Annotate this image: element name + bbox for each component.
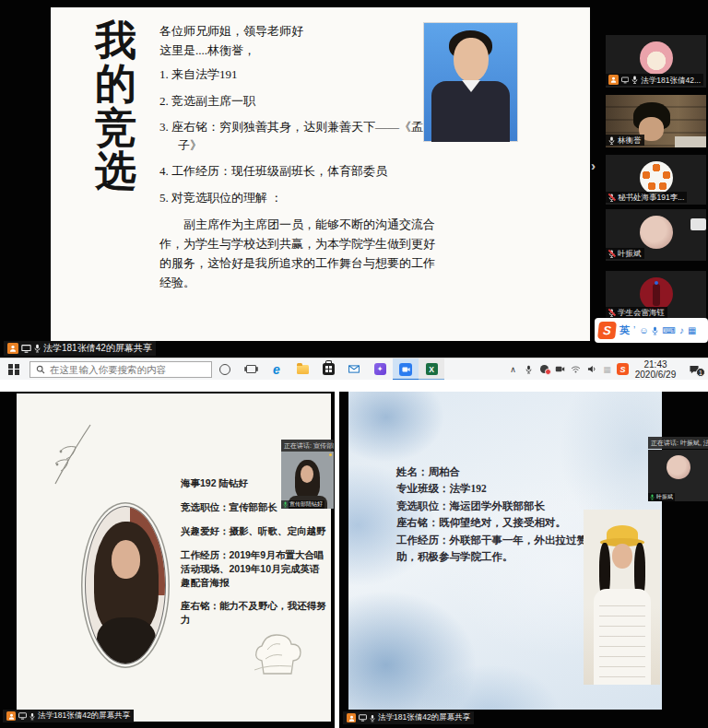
language-toggle[interactable]: 英 (620, 318, 630, 343)
notification-badge: 1 (696, 368, 705, 377)
speaker-face (301, 465, 313, 483)
cortana-icon (219, 364, 230, 375)
action-center-button[interactable]: 1 (680, 358, 708, 381)
mic-muted-icon (608, 194, 615, 202)
tray-volume-button[interactable] (584, 358, 599, 381)
taskbar-clock[interactable]: 21:43 2020/6/29 (631, 359, 680, 380)
participant-tile[interactable]: 学生会雷海钰 (606, 271, 706, 320)
emoji-icon[interactable]: ☺ (639, 318, 648, 343)
speaker-icon (587, 365, 596, 373)
file-explorer-button[interactable] (289, 358, 315, 381)
motto-line: 座右铭：能力不及野心，我还得努力 (181, 599, 328, 627)
candidate-name-line: 姓名：周柏合 (396, 464, 607, 480)
windows-logo-icon (8, 364, 19, 375)
participant-name: 秘书处海事191李... (618, 193, 684, 202)
speaker-tile-overlay[interactable]: 叶振斌 (648, 450, 708, 501)
store-icon (323, 363, 335, 375)
speaker-video-overlay[interactable]: 宣传部陆钻好 (281, 452, 334, 509)
sidebar-collapse-arrow[interactable]: › (591, 158, 596, 173)
tray-network-button[interactable]: ▦ (599, 358, 615, 381)
meeting-window-top: 我的竞选 各位师兄师姐，领导老师好 这里是....林衡誉， 1. 来自法学191… (0, 0, 708, 380)
screen-share-source-label: 法学181张倩42的屏幕共享 (4, 341, 156, 356)
skin-icon[interactable]: ♪ (679, 318, 684, 343)
greeting-line-2: 这里是....林衡誉， (159, 41, 438, 60)
participant-name: 林衡誉 (618, 135, 642, 145)
sogou-logo-icon[interactable]: S (597, 322, 617, 339)
list-item-experience: 4. 工作经历：现任班级副班长，体育部委员 (159, 162, 438, 181)
shared-slide-campaign: 我的竞选 各位师兄师姐，领导老师好 这里是....林衡誉， 1. 来自法学191… (51, 7, 590, 341)
camera-icon (555, 366, 565, 372)
network-icon: ▦ (603, 365, 611, 374)
tray-expand-button[interactable]: ∧ (505, 358, 521, 381)
host-icon (7, 343, 18, 354)
list-item-origin: 1. 来自法学191 (159, 65, 438, 84)
mail-button[interactable] (341, 358, 367, 381)
meeting-app-icon (399, 363, 412, 376)
hobby-line: 兴趣爱好：摄影、听歌、定向越野 (181, 524, 328, 538)
mic-on-icon (283, 501, 288, 508)
tray-mic-button[interactable] (521, 358, 537, 381)
store-button[interactable] (315, 358, 341, 381)
cola-avatar (640, 277, 673, 311)
tray-camera-button[interactable] (552, 358, 568, 381)
list-item-understanding: 5. 对竞选职位的理解 ： (159, 189, 438, 207)
screen-share-icon (621, 76, 629, 84)
slide-text-block: 各位师兄师姐，领导老师好 这里是....林衡誉， 1. 来自法学191 2. 竞… (159, 22, 438, 292)
class-line: 专业班级：法学192 (396, 480, 607, 497)
white-blouse (594, 589, 651, 685)
punctuation-icon[interactable]: ’ (633, 318, 635, 343)
taskbar-search-box[interactable] (30, 361, 212, 378)
tray-wifi-button[interactable] (568, 358, 584, 381)
toolbox-icon[interactable]: ▦ (688, 318, 696, 343)
speaking-now-banner: 正在讲话: 叶振斌, 法学181张倩… (648, 437, 708, 449)
photo-face (454, 38, 489, 82)
excel-button[interactable]: X (419, 358, 444, 381)
participant-label: 法学181张倩42... (606, 74, 703, 86)
notification-icon: 1 (689, 365, 700, 374)
search-input[interactable] (50, 364, 206, 375)
participant-tile-host[interactable]: 法学181张倩42... (606, 35, 706, 88)
task-view-button[interactable] (238, 358, 264, 381)
edge-icon: e (273, 363, 280, 376)
host-icon (347, 713, 356, 722)
participant-label: 林衡誉 (606, 135, 644, 146)
screen-share-source-label: 法学181张倩42的屏幕共享 (3, 710, 134, 722)
excel-icon: X (426, 363, 438, 375)
participant-label: 叶振斌 (606, 248, 644, 259)
participant-name: 叶振斌 (618, 249, 642, 258)
sogou-input-toolbar[interactable]: S 英 ’ ☺ ⌨ ♪ ▦ (595, 318, 708, 343)
task-view-icon (246, 365, 256, 373)
participant-tile[interactable]: 叶振斌 (606, 209, 706, 261)
keyboard-icon[interactable]: ⌨ (662, 318, 675, 343)
tile-hover-popup[interactable] (690, 218, 706, 230)
share-label-text: 法学181张倩42的屏幕共享 (43, 342, 152, 355)
participant-tile-video[interactable]: 林衡誉 (606, 95, 706, 147)
bread-sketch-decoration (243, 629, 306, 677)
mic-icon (34, 344, 41, 353)
mic-muted-icon (608, 309, 615, 317)
photo-avatar (640, 216, 673, 249)
purple-app-button[interactable]: ✦ (367, 358, 393, 381)
speaking-now-banner: 正在讲话: 宣传部陆钻好 (281, 440, 334, 452)
meeting-window-bottom-right: 姓名：周柏合 专业班级：法学192 竞选职位：海运团学外联部部长 座右铭：既仰望… (339, 392, 708, 728)
slide-vertical-title: 我的竞选 (95, 18, 145, 193)
chevron-up-icon: ∧ (510, 365, 516, 374)
participant-tile[interactable]: 秘书处海事191李... (606, 155, 706, 205)
cortana-button[interactable] (212, 358, 238, 381)
participant-label: 秘书处海事191李... (606, 192, 687, 203)
work-line: 工作经历：外联部干事一年，外出拉过赞助，积极参与学院工作。 (396, 532, 607, 566)
tray-sogou-button[interactable]: S (615, 358, 631, 381)
host-icon (6, 711, 16, 721)
candidate-video-feed[interactable] (584, 510, 660, 685)
share-label-text: 法学181张倩42的屏幕共享 (378, 712, 470, 723)
branch-sketch-decoration (48, 423, 96, 489)
edge-button[interactable]: e (264, 358, 289, 381)
windows-taskbar: e ✦ X ∧ ▦ S 21:43 2020/6/29 1 (0, 358, 708, 380)
tencent-meeting-button[interactable] (393, 358, 419, 381)
campaign-points-list: 1. 来自法学191 2. 竞选副主席一职 3. 座右铭：穷则独善其身，达则兼善… (159, 65, 438, 206)
mic-on-icon (650, 494, 655, 500)
tray-recording-button[interactable] (537, 358, 552, 381)
candidate-portrait-oval (85, 506, 166, 664)
voice-input-icon[interactable] (652, 326, 658, 335)
start-button[interactable] (0, 358, 28, 381)
